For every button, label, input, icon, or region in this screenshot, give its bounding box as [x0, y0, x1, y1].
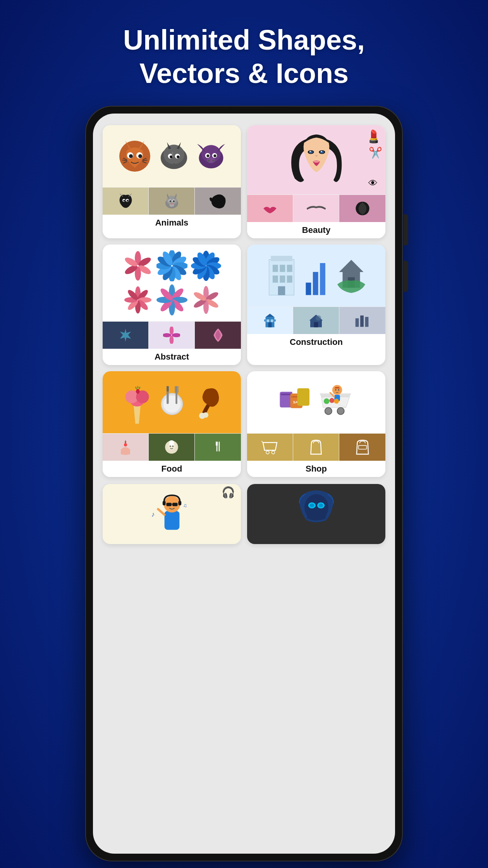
- svg-rect-102: [280, 276, 285, 282]
- svg-rect-115: [314, 322, 318, 327]
- svg-rect-167: [162, 501, 165, 506]
- beauty-thumb-1: [247, 195, 293, 222]
- svg-point-159: [266, 451, 269, 454]
- abstract-icon-6: [191, 284, 222, 315]
- shop-thumb-1: [247, 434, 293, 461]
- animals-thumb-3: [195, 188, 241, 215]
- svg-rect-111: [274, 319, 276, 321]
- chicken-icon: [191, 381, 222, 424]
- svg-point-94: [170, 336, 174, 344]
- phone-frame: Animals: [85, 106, 403, 861]
- svg-point-153: [338, 389, 339, 391]
- cart-kid-icon: [316, 379, 355, 425]
- abstract-thumb-3: [195, 322, 241, 349]
- svg-point-132: [203, 412, 208, 418]
- svg-point-149: [325, 407, 332, 414]
- construction-thumb-1: [247, 307, 293, 334]
- category-card-construction[interactable]: Construction: [247, 245, 385, 365]
- svg-point-19: [208, 160, 210, 162]
- food-label: Food: [103, 461, 241, 477]
- svg-rect-168: [178, 501, 181, 506]
- svg-rect-136: [169, 444, 174, 446]
- beauty-label: Beauty: [247, 222, 385, 238]
- svg-point-95: [163, 333, 171, 338]
- svg-rect-165: [172, 503, 177, 506]
- beauty-woman-icon: [285, 130, 347, 190]
- svg-rect-110: [264, 319, 266, 321]
- svg-rect-141: [216, 442, 217, 446]
- svg-point-35: [309, 151, 313, 153]
- house-hands-icon: [334, 254, 369, 297]
- svg-point-137: [170, 446, 171, 447]
- svg-point-174: [309, 504, 314, 508]
- abstract-icon-1: [122, 250, 153, 281]
- animals-thumb-2: [149, 188, 195, 215]
- svg-rect-107: [320, 263, 325, 295]
- svg-point-37: [309, 151, 311, 152]
- svg-point-6: [163, 145, 184, 164]
- svg-rect-117: [355, 318, 359, 327]
- category-card-animals[interactable]: Animals: [103, 125, 241, 238]
- animals-label: Animals: [103, 215, 241, 231]
- svg-rect-162: [164, 511, 179, 530]
- food-thumb-3: [195, 434, 241, 461]
- svg-rect-99: [280, 265, 285, 272]
- category-card-abstract[interactable]: Abstract: [103, 245, 241, 365]
- category-card-gaming[interactable]: [247, 484, 385, 544]
- svg-rect-98: [272, 265, 278, 272]
- animals-thumb-1: [103, 188, 149, 215]
- svg-point-30: [169, 200, 171, 202]
- svg-rect-130: [177, 386, 178, 393]
- svg-rect-101: [272, 276, 278, 282]
- header-title: Unlimited Shapes, Vectors & Icons: [123, 23, 365, 90]
- svg-rect-147: [297, 388, 309, 406]
- svg-rect-105: [306, 282, 311, 295]
- svg-point-32: [170, 203, 173, 205]
- shopping-bags-icon: SALE: [278, 379, 313, 425]
- category-card-beauty[interactable]: 💄 ✂️ 👁: [247, 125, 385, 238]
- svg-point-24: [127, 200, 129, 202]
- svg-rect-114: [271, 319, 273, 322]
- categories-grid: Animals: [103, 125, 385, 477]
- abstract-icon-4: [122, 284, 153, 315]
- svg-point-38: [321, 151, 322, 152]
- building-icon: [264, 252, 299, 299]
- svg-point-116: [316, 315, 321, 321]
- construction-label: Construction: [247, 334, 385, 350]
- svg-rect-128: [175, 386, 175, 393]
- abstract-thumb-1: [103, 322, 149, 349]
- svg-point-20: [212, 160, 214, 162]
- svg-point-155: [324, 398, 330, 404]
- svg-point-92: [170, 327, 174, 335]
- header: Unlimited Shapes, Vectors & Icons: [123, 23, 365, 90]
- beauty-thumb-2: [293, 195, 339, 222]
- svg-rect-100: [287, 265, 292, 272]
- svg-point-4: [138, 154, 142, 158]
- abstract-label: Abstract: [103, 349, 241, 365]
- svg-rect-129: [176, 386, 177, 393]
- svg-text:♫: ♫: [183, 503, 187, 508]
- category-card-food[interactable]: Food: [103, 371, 241, 477]
- svg-point-150: [337, 407, 344, 414]
- gaming-ninja-icon: [291, 485, 342, 543]
- svg-point-3: [129, 154, 133, 158]
- svg-text:♪: ♪: [151, 511, 155, 518]
- dj-character-icon: ♪ ♫: [147, 485, 197, 543]
- svg-point-23: [123, 200, 125, 202]
- svg-rect-119: [365, 317, 368, 327]
- shop-label: Shop: [247, 461, 385, 477]
- category-card-shop[interactable]: SALE: [247, 371, 385, 477]
- category-card-music[interactable]: ♪ ♫ 🎧: [103, 484, 241, 544]
- svg-rect-126: [167, 386, 169, 391]
- svg-rect-106: [313, 272, 318, 295]
- svg-point-152: [335, 389, 337, 391]
- svg-rect-97: [271, 256, 292, 261]
- abstract-icon-5: [156, 284, 187, 315]
- icecream-icon: [122, 379, 153, 425]
- shop-thumb-3: [339, 434, 385, 461]
- construction-thumb-2: [293, 307, 339, 334]
- svg-point-175: [318, 504, 323, 508]
- food-thumb-2: [149, 434, 195, 461]
- food-thumb-1: [103, 434, 149, 461]
- svg-point-124: [163, 395, 180, 412]
